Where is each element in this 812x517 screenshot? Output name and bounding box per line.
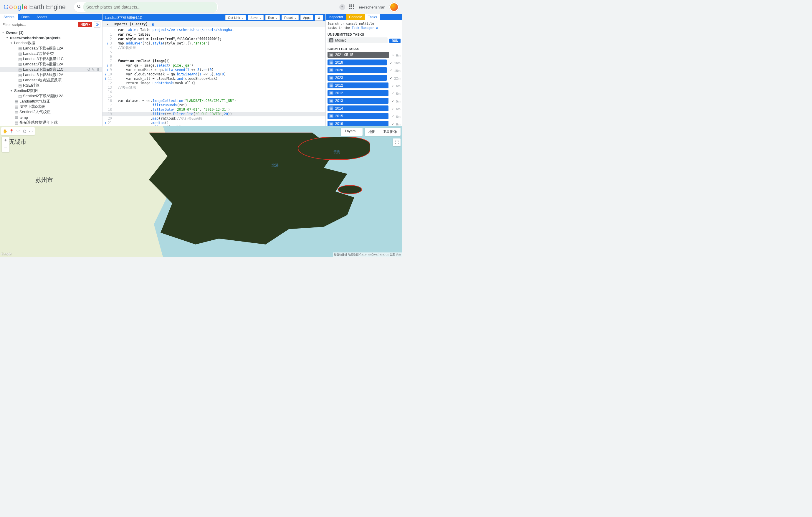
task-row[interactable]: ▦2012 xyxy=(327,83,388,88)
task-row[interactable]: ▦2021-05-15 xyxy=(327,52,389,58)
tree-file[interactable]: ▤Landsat8下载&批量L2A xyxy=(0,62,102,67)
tree-file[interactable]: ▤RSEI计算 xyxy=(0,83,102,88)
tab-inspector[interactable]: Inspector xyxy=(326,14,346,20)
account-label[interactable]: ee-rscherishran xyxy=(359,5,385,9)
port-label: 北港 xyxy=(271,163,279,168)
rect-icon[interactable]: ▭ xyxy=(28,128,34,134)
task-time: 6m xyxy=(396,115,401,118)
city-label: 苏州市 xyxy=(35,176,53,184)
map-attribution: 键盘快捷键 地图数据 ©2024 GS(2011)6020 10 公里 条款 xyxy=(333,253,402,257)
tree-file[interactable]: ▤Sentinel2下载&镶嵌L2A xyxy=(0,93,102,99)
tree-owner[interactable]: ▾Owner (1) xyxy=(0,30,102,35)
image-icon: ▦ xyxy=(329,60,334,64)
new-button[interactable]: NEW xyxy=(78,22,92,27)
task-time: 6m xyxy=(396,54,401,57)
maptype-map[interactable]: 地图 xyxy=(365,128,379,136)
task-row[interactable]: ▦Mosaic xyxy=(327,37,387,43)
get-link-button[interactable]: Get Link xyxy=(225,15,246,20)
help-icon[interactable]: ? xyxy=(339,4,345,10)
map-toolbar: ✋ 📍 〰 ⬠ ▭ xyxy=(1,127,35,135)
tasks-hint: Search or cancel multiple tasks in the T… xyxy=(327,22,401,30)
cancel-icon[interactable]: × xyxy=(392,54,394,57)
tab-assets[interactable]: Assets xyxy=(33,14,51,20)
task-row[interactable]: ▦2014 xyxy=(327,106,388,111)
tree-folder[interactable]: ▾Landsat数据 xyxy=(0,40,102,46)
task-row[interactable]: ▦2012 xyxy=(327,90,388,96)
image-icon: ▦ xyxy=(329,38,334,42)
search-icon xyxy=(75,4,83,10)
zoom-out-button[interactable]: − xyxy=(2,144,9,152)
history-icon[interactable]: ↺ xyxy=(87,67,90,72)
image-icon: ▦ xyxy=(329,91,334,95)
task-row[interactable]: ▦2013 xyxy=(327,98,388,104)
image-icon: ▦ xyxy=(329,76,334,80)
task-time: 5m xyxy=(396,99,401,103)
tree-file[interactable]: ▤NPP下载&镶嵌 xyxy=(0,104,102,109)
save-button[interactable]: Save xyxy=(248,15,264,20)
product-name: Earth Engine xyxy=(29,3,66,11)
task-row[interactable]: ▦2020 xyxy=(327,67,387,73)
code-editor[interactable]: 1var roi = table; 2var style_set = {colo… xyxy=(103,32,325,126)
check-icon: ✓ xyxy=(392,122,394,126)
imports-header[interactable]: ▸Imports (1 entry) ▣ xyxy=(103,21,325,27)
tree-folder[interactable]: ▾Sentinel2数据 xyxy=(0,88,102,93)
tab-console[interactable]: Console xyxy=(346,14,365,20)
tree-user-folder[interactable]: ▾users/rscherishran/projects xyxy=(0,35,102,40)
task-row[interactable]: ▦2018 xyxy=(327,59,387,65)
check-icon: ✓ xyxy=(390,69,392,73)
task-row[interactable]: ▦2016 xyxy=(327,121,388,126)
tree-file[interactable]: ▤Landsat7监督分类 xyxy=(0,51,102,56)
import-line[interactable]: ▸ var table: Table projects/ee-rscherish… xyxy=(103,27,325,32)
run-task-button[interactable]: RUN xyxy=(389,38,401,43)
tree-file[interactable]: ▤Landsat7下载&镶嵌L2A xyxy=(0,46,102,51)
zoom-control: + − xyxy=(2,137,9,152)
task-time: 6m xyxy=(396,122,401,126)
tab-docs[interactable]: Docs xyxy=(18,14,33,20)
task-manager-link[interactable]: Task Manager ⧉ xyxy=(352,26,378,29)
map[interactable]: 无锡市 苏州市 黄海 北港 ✋ 📍 〰 ⬠ ▭ + − Layers 地图 卫星… xyxy=(0,126,402,257)
tree-file[interactable]: ▤temp xyxy=(0,115,102,120)
layers-button[interactable]: Layers xyxy=(341,128,362,136)
hand-icon[interactable]: ✋ xyxy=(2,128,8,134)
collapse-icon[interactable]: ▣ xyxy=(152,22,154,26)
check-icon: ✓ xyxy=(390,61,392,65)
tree-file[interactable]: ▤Landsat8下载&镶嵌L2A xyxy=(0,72,102,78)
tree-file[interactable]: ▤Sentinel2大气校正 xyxy=(0,109,102,115)
delete-icon[interactable]: 🗑 xyxy=(96,67,100,72)
edit-icon[interactable]: ✎ xyxy=(92,67,95,72)
city-label: 无锡市 xyxy=(9,138,27,146)
tree-file[interactable]: ▤Landsat8地表温度反演 xyxy=(0,78,102,83)
script-title: Landsat8下载&镶嵌L1C xyxy=(105,15,224,20)
fullscreen-icon[interactable]: ⛶ xyxy=(393,139,401,146)
map-type-toggle: 地图 卫星图像 xyxy=(365,128,401,136)
search-input[interactable] xyxy=(83,2,217,12)
avatar[interactable] xyxy=(389,2,399,12)
google-logo: Google Earth Engine xyxy=(3,3,66,11)
apps-button[interactable]: Apps xyxy=(300,15,313,20)
tree-file-selected[interactable]: ▤Landsat8下载&镶嵌L1C↺✎🗑 xyxy=(0,67,102,72)
reset-button[interactable]: Reset xyxy=(282,15,299,20)
header-bar: Google Earth Engine ? ee-rscherishran xyxy=(0,0,402,14)
tree-file[interactable]: ▤夜光遥感数据逐年下载 xyxy=(0,120,102,125)
filter-scripts-input[interactable] xyxy=(2,22,76,27)
settings-button[interactable]: ⚙ xyxy=(315,15,323,21)
left-tabs: Scripts Docs Assets xyxy=(0,14,102,20)
maptype-satellite[interactable]: 卫星图像 xyxy=(379,128,401,136)
refresh-icon[interactable]: ⟳ xyxy=(94,21,100,28)
tree-file[interactable]: ▤Landsat8下载&批量L1C xyxy=(0,56,102,62)
apps-icon[interactable] xyxy=(349,4,355,10)
task-row[interactable]: ▦2015 xyxy=(327,113,388,119)
line-icon[interactable]: 〰 xyxy=(15,128,21,134)
zoom-in-button[interactable]: + xyxy=(2,137,9,144)
polygon-icon[interactable]: ⬠ xyxy=(21,128,28,134)
tab-tasks[interactable]: Tasks xyxy=(365,14,380,20)
search-box[interactable] xyxy=(74,2,218,12)
check-icon: ✓ xyxy=(392,107,394,111)
svg-point-0 xyxy=(78,5,80,8)
google-map-logo: Google xyxy=(1,252,11,256)
tab-scripts[interactable]: Scripts xyxy=(0,14,18,20)
tree-file[interactable]: ▤Landsat8大气校正 xyxy=(0,99,102,104)
task-row[interactable]: ▦2023 xyxy=(327,75,387,81)
run-button[interactable]: Run xyxy=(265,15,280,20)
marker-icon[interactable]: 📍 xyxy=(8,128,15,134)
